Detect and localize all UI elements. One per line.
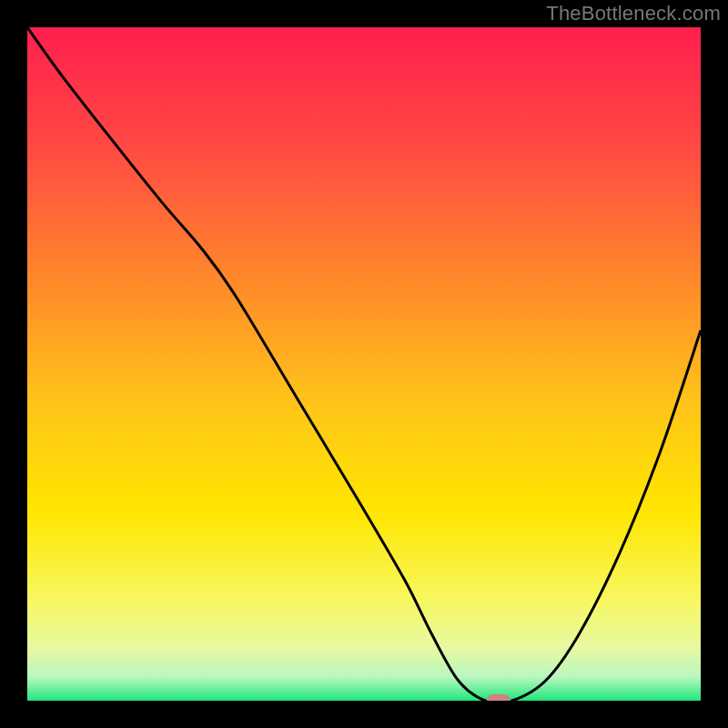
watermark-text: TheBottleneck.com	[546, 2, 721, 25]
optimal-point-marker	[487, 694, 511, 701]
plot-area	[27, 27, 701, 701]
chart-container: TheBottleneck.com	[0, 0, 728, 728]
bottleneck-curve	[27, 27, 701, 701]
curve-path	[27, 27, 701, 701]
